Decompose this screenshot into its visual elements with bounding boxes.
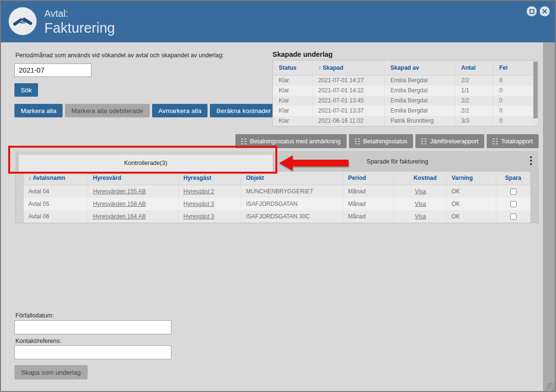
column-header-skapad-av[interactable]: Skapad av: [385, 61, 455, 75]
cell-antal: 3/3: [455, 116, 493, 126]
hyresvard-link[interactable]: Hyresvärden 158 AB: [93, 201, 146, 207]
cell-antal: 2/2: [455, 76, 493, 86]
search-button[interactable]: Sök: [14, 83, 38, 97]
cell-skapad-av: Emilia Bergdal: [385, 106, 455, 116]
table-row[interactable]: Klar 2021-07-01 14:27 Emilia Bergdal 2/2…: [273, 76, 533, 86]
cell-status: Klar: [273, 86, 312, 96]
hyresgast-link[interactable]: Hyresgäst 2: [183, 188, 214, 195]
select-all-button[interactable]: Markera alla: [14, 104, 63, 117]
table-row[interactable]: Klar 2021-07-01 14:22 Emilia Bergdal 1/1…: [273, 86, 533, 96]
close-icon: [542, 9, 547, 14]
cell-antal: 1/1: [455, 86, 493, 96]
select-all-unbilled-button[interactable]: Markera alla odebiterade: [65, 104, 149, 117]
created-bases-header: Status ↑ Skapad Skapad av Antal Fel: [273, 61, 533, 76]
column-header-status[interactable]: Status: [273, 61, 312, 75]
row-gutter: [16, 198, 24, 210]
app-window: Avtal: Fakturering Period/månad som anvä…: [0, 0, 556, 392]
cell-skapad-av: Emilia Bergdal: [385, 96, 455, 106]
row-gutter: [16, 172, 24, 185]
table-row[interactable]: Klar 2021-06-16 11:02 Patrik Brunnberg 3…: [273, 116, 533, 126]
maximize-button[interactable]: [527, 6, 537, 16]
table-row[interactable]: Klar 2021-07-01 13:37 Emilia Bergdal 2/2…: [273, 106, 533, 116]
period-input[interactable]: [14, 63, 91, 77]
period-label: Period/månad som används vid sökandet av…: [15, 52, 224, 59]
contact-reference-label: Kontakt/referens:: [15, 338, 61, 344]
deselect-all-button[interactable]: Avmarkera alla: [152, 104, 208, 117]
spara-checkbox[interactable]: [510, 214, 517, 220]
selection-actions: Markera alla Markera alla odebiterade Av…: [14, 104, 277, 117]
cell-status: Klar: [273, 116, 312, 126]
spara-checkbox[interactable]: [510, 189, 517, 195]
row-gutter: [16, 185, 24, 198]
created-bases-title: Skapade underlag: [272, 51, 333, 58]
cell-antal: 2/2: [455, 96, 493, 106]
hyresvard-link[interactable]: Hyresvärden 155 AB: [93, 188, 146, 195]
cell-avtalsnamn: Avtal 06: [24, 210, 88, 223]
report-grid-icon: [421, 139, 427, 144]
hyresgast-link[interactable]: Hyresgäst 3: [183, 201, 214, 207]
column-header-kostnad[interactable]: Kostnad: [394, 172, 447, 185]
cell-objekt: ISAFJORDSGATAN: [241, 198, 343, 210]
kebab-menu-icon[interactable]: [529, 155, 533, 166]
column-header-period[interactable]: Period: [343, 172, 394, 185]
payment-status-button[interactable]: Betalningsstatus: [349, 134, 414, 148]
calculate-costs-button[interactable]: Beräkna kostnader: [210, 104, 277, 117]
visa-kostnad-link[interactable]: Visa: [415, 213, 426, 220]
cell-skapad-av: Emilia Bergdal: [385, 86, 455, 96]
cell-skapad: 2021-06-16 11:02: [312, 116, 385, 126]
table-scrollbar[interactable]: [533, 61, 538, 126]
app-logo: [9, 7, 37, 35]
report-button-label: Betalningsstatus: [363, 138, 408, 145]
column-header-skapad[interactable]: ↑ Skapad: [312, 61, 385, 75]
cell-antal: 2/2: [455, 106, 493, 116]
cell-objekt: ISAFJORDSGATAN 30C: [241, 210, 343, 223]
app-title-line2: Fakturering: [44, 20, 115, 36]
column-header-avtalsnamn[interactable]: ↓ Avtalsnamn: [24, 172, 88, 185]
column-header-hyresgast[interactable]: Hyresgäst: [179, 172, 241, 185]
window-scroll-strip[interactable]: [543, 42, 555, 391]
column-header-spara[interactable]: Spara: [496, 172, 530, 185]
cell-period: Månad: [343, 198, 394, 210]
column-header-varning[interactable]: Varning: [447, 172, 496, 185]
report-buttons-row: Betalningsstatus med anmärkning Betalnin…: [15, 134, 539, 148]
spara-checkbox[interactable]: [510, 201, 517, 207]
tab-kontrollerade[interactable]: Kontrollerade(3): [19, 151, 272, 172]
scrollbar-thumb[interactable]: [533, 62, 538, 118]
app-title-line1: Avtal:: [44, 8, 68, 19]
visa-kostnad-link[interactable]: Visa: [415, 188, 426, 195]
cell-varning-ok: OK: [447, 185, 496, 198]
column-header-fel[interactable]: Fel: [493, 61, 533, 75]
table-row[interactable]: Avtal 06 Hyresvärden 164 AB Hyresgäst 3 …: [16, 210, 538, 223]
cell-skapad-av: Emilia Bergdal: [385, 76, 455, 86]
tab-sparade-for-fakturering[interactable]: Sparade för fakturering: [272, 151, 522, 172]
due-date-input[interactable]: [14, 320, 171, 334]
cell-skapad: 2021-07-01 14:27: [312, 76, 385, 86]
table-row[interactable]: Klar 2021-07-01 13:45 Emilia Bergdal 2/2…: [273, 96, 533, 106]
contact-reference-input[interactable]: [14, 345, 171, 359]
column-header-hyresvard[interactable]: Hyresvärd: [88, 172, 179, 185]
titlebar: Avtal: Fakturering: [1, 1, 555, 42]
hyresvard-link[interactable]: Hyresvärden 164 AB: [93, 213, 146, 220]
create-as-basis-button[interactable]: Skapa som underlag: [14, 365, 88, 379]
hyresgast-link[interactable]: Hyresgäst 3: [183, 213, 214, 220]
cell-objekt: MUNCHENBRYGGERIET: [241, 185, 343, 198]
table-scroll-strip: [530, 210, 538, 223]
payment-status-with-remark-button[interactable]: Betalningsstatus med anmärkning: [235, 134, 346, 148]
cell-status: Klar: [273, 76, 312, 86]
column-header-objekt[interactable]: Objekt: [241, 172, 343, 185]
tab-strip: Kontrollerade(3) Sparade för fakturering: [15, 151, 539, 172]
due-date-label: Förfallodatum:: [15, 312, 54, 319]
resize-grip[interactable]: [547, 383, 555, 391]
close-button[interactable]: [540, 6, 550, 16]
cell-varning-ok: OK: [447, 198, 496, 210]
total-report-button[interactable]: Totalrapport: [487, 134, 539, 148]
comparison-report-button[interactable]: Jämförelserapport: [415, 134, 484, 148]
cell-status: Klar: [273, 96, 312, 106]
table-row[interactable]: Avtal 04 Hyresvärden 155 AB Hyresgäst 2 …: [16, 185, 538, 198]
report-button-label: Totalrapport: [501, 138, 533, 145]
contracts-table: ↓ Avtalsnamn Hyresvärd Hyresgäst Objekt …: [15, 172, 539, 223]
table-row[interactable]: Avtal 05 Hyresvärden 158 AB Hyresgäst 3 …: [16, 198, 538, 210]
cell-fel: 0: [493, 116, 533, 126]
column-header-antal[interactable]: Antal: [455, 61, 493, 75]
visa-kostnad-link[interactable]: Visa: [415, 201, 426, 207]
